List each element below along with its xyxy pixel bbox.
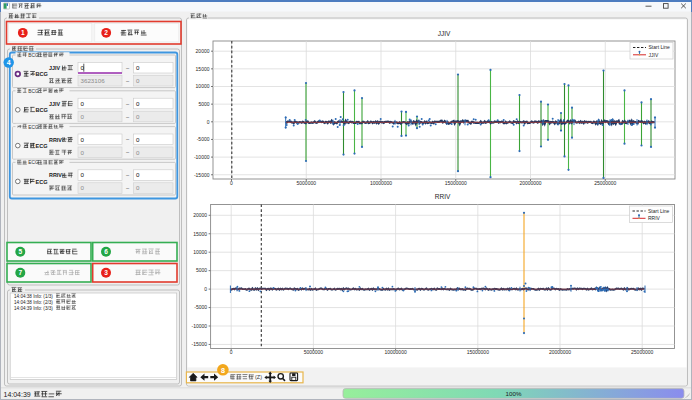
svg-text:-15000: -15000 <box>194 172 210 178</box>
svg-text:JJIV: JJIV <box>438 30 451 37</box>
svg-text:-10000: -10000 <box>194 154 210 160</box>
svg-text:0: 0 <box>81 136 85 143</box>
svg-text:8: 8 <box>221 366 225 375</box>
svg-text:25000000: 25000000 <box>631 349 653 355</box>
svg-text:0: 0 <box>136 171 140 178</box>
svg-text:4: 4 <box>7 59 11 66</box>
svg-text:BCG: BCG <box>28 53 39 58</box>
svg-text:~: ~ <box>126 64 130 71</box>
svg-text:20000: 20000 <box>193 212 207 218</box>
svg-text:~: ~ <box>126 135 130 142</box>
svg-text:5: 5 <box>18 248 22 255</box>
svg-text:20000000: 20000000 <box>549 349 571 355</box>
svg-text:ECG: ECG <box>28 125 39 130</box>
svg-text:~: ~ <box>126 113 130 120</box>
svg-text:0: 0 <box>136 64 140 71</box>
svg-text:~: ~ <box>126 148 130 155</box>
svg-text:5000: 5000 <box>198 101 209 107</box>
svg-text:JJIV: JJIV <box>49 101 60 107</box>
svg-text:14:04:39: 14:04:39 <box>4 391 31 398</box>
svg-text:-5000: -5000 <box>194 304 207 310</box>
svg-text:20000000: 20000000 <box>519 180 541 186</box>
svg-text:ECG: ECG <box>28 160 39 165</box>
svg-text:RRIV: RRIV <box>648 215 661 221</box>
svg-text:0: 0 <box>136 100 140 107</box>
svg-text:ECG: ECG <box>36 179 48 185</box>
svg-text:0: 0 <box>136 184 140 191</box>
svg-text:BCG: BCG <box>36 107 48 113</box>
svg-text:5000000: 5000000 <box>297 180 317 186</box>
svg-text:(Z): (Z) <box>255 374 262 380</box>
svg-text:0: 0 <box>81 149 85 156</box>
svg-text:14:04:39 Info: (3/3): 14:04:39 Info: (3/3) <box>14 306 53 311</box>
svg-text:BCG: BCG <box>36 71 48 77</box>
svg-text:Start Line: Start Line <box>648 208 670 214</box>
svg-text:3: 3 <box>104 269 108 276</box>
svg-text:-5000: -5000 <box>197 136 210 142</box>
svg-text:0: 0 <box>136 77 140 84</box>
svg-text:~: ~ <box>126 171 130 178</box>
svg-text:RRIV: RRIV <box>49 137 62 143</box>
svg-text:1: 1 <box>21 29 25 36</box>
svg-text:0: 0 <box>81 113 85 120</box>
svg-text:RRIV: RRIV <box>49 172 62 178</box>
svg-text:0: 0 <box>81 171 85 178</box>
svg-text:25000000: 25000000 <box>594 180 616 186</box>
svg-text:6: 6 <box>104 248 108 255</box>
svg-text:15000: 15000 <box>196 66 210 72</box>
svg-text:5000: 5000 <box>196 267 207 273</box>
svg-text:7: 7 <box>18 269 22 276</box>
svg-text:~: ~ <box>126 100 130 107</box>
svg-text:0: 0 <box>204 286 207 292</box>
svg-text:JJIV: JJIV <box>49 65 60 71</box>
svg-text:10000000: 10000000 <box>370 180 392 186</box>
svg-text:14:04:38 Info: (2/3): 14:04:38 Info: (2/3) <box>14 300 53 305</box>
svg-text:0: 0 <box>207 119 210 125</box>
svg-text:3623106: 3623106 <box>81 77 106 84</box>
svg-text:JJIV: JJIV <box>649 52 659 58</box>
svg-text:0: 0 <box>81 184 85 191</box>
svg-text:0: 0 <box>136 136 140 143</box>
svg-text:10000000: 10000000 <box>384 349 406 355</box>
svg-text:ECG: ECG <box>36 143 48 149</box>
svg-text:15000000: 15000000 <box>445 180 467 186</box>
svg-text:BCG: BCG <box>28 89 39 94</box>
svg-text:2: 2 <box>104 29 108 36</box>
svg-text:~: ~ <box>126 77 130 84</box>
svg-text:0: 0 <box>81 100 85 107</box>
svg-text:0: 0 <box>230 349 233 355</box>
svg-text:Start Line: Start Line <box>649 44 671 50</box>
svg-text:0: 0 <box>230 180 233 186</box>
svg-text:14:04:38 Info: (1/3): 14:04:38 Info: (1/3) <box>14 294 53 299</box>
svg-text:0: 0 <box>81 64 85 71</box>
svg-text:~: ~ <box>126 184 130 191</box>
svg-text:20000: 20000 <box>196 48 210 54</box>
svg-text:-10000: -10000 <box>192 323 208 329</box>
svg-text:15000000: 15000000 <box>467 349 489 355</box>
svg-text:10000: 10000 <box>196 83 210 89</box>
svg-text:100%: 100% <box>506 390 522 397</box>
svg-text:0: 0 <box>136 113 140 120</box>
svg-text:5000000: 5000000 <box>304 349 324 355</box>
svg-text:RRIV: RRIV <box>435 193 451 200</box>
svg-text:0: 0 <box>136 149 140 156</box>
svg-text:15000: 15000 <box>193 231 207 237</box>
svg-text:-15000: -15000 <box>192 341 208 347</box>
svg-text:10000: 10000 <box>193 249 207 255</box>
